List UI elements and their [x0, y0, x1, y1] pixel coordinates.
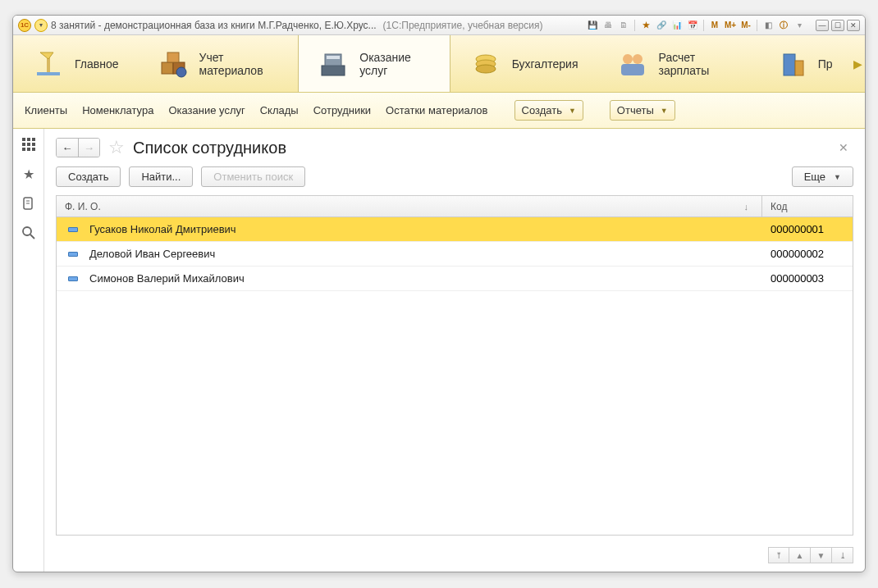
window-title: 8 занятий - демонстрационная база из кни… [51, 20, 377, 31]
favorites-star-icon[interactable]: ★ [21, 166, 36, 181]
caret-down-icon: ▼ [661, 107, 668, 115]
section-label: Учет материалов [199, 51, 280, 77]
print-preview-icon[interactable]: 🗎 [617, 19, 630, 32]
section-main[interactable]: Главное [13, 35, 138, 92]
nav-forward-button[interactable]: → [78, 139, 99, 157]
section-label: Бухгалтерия [512, 57, 578, 71]
svg-rect-6 [322, 66, 345, 75]
favorite-toggle-icon[interactable]: ☆ [108, 137, 125, 158]
header-code-label: Код [771, 201, 787, 212]
more-button[interactable]: Еще ▼ [792, 166, 853, 187]
content-area: ← → ☆ Список сотрудников ✕ Создать Найти… [44, 129, 865, 572]
close-button[interactable]: ✕ [847, 20, 860, 31]
svg-point-13 [633, 54, 642, 64]
section-salary[interactable]: Расчет зарплаты [597, 35, 757, 92]
menu-clients[interactable]: Клиенты [25, 104, 67, 116]
calendar-icon[interactable]: 📅 [686, 19, 699, 32]
create-button[interactable]: Создать [56, 166, 121, 187]
memory-m-button[interactable]: M [708, 19, 721, 32]
employee-code: 000000003 [771, 272, 824, 285]
create-label: Создать [522, 104, 562, 116]
scroll-up-button[interactable]: ▲ [789, 547, 811, 563]
window-subtitle: (1С:Предприятие, учебная версия) [383, 20, 543, 31]
menu-services[interactable]: Оказание услуг [168, 104, 245, 116]
section-services[interactable]: Оказание услуг [298, 35, 450, 92]
employee-name: Деловой Иван Сергеевич [89, 248, 215, 260]
column-header-name[interactable]: Ф. И. О. ↓ [57, 196, 762, 217]
minimize-button[interactable]: — [816, 20, 829, 31]
close-page-button[interactable]: ✕ [834, 139, 853, 156]
panel-layout-icon[interactable]: ◧ [761, 19, 775, 32]
svg-line-21 [30, 235, 34, 239]
people-icon [616, 48, 649, 80]
table-row[interactable]: Симонов Валерий Михайлович000000003 [57, 267, 853, 291]
cell-name: Гусаков Николай Дмитриевич [57, 223, 762, 235]
column-header-code[interactable]: Код [762, 196, 853, 217]
cancel-find-button[interactable]: Отменить поиск [201, 166, 305, 187]
cell-code: 000000001 [762, 223, 853, 235]
section-bar: Главное Учет материалов Оказание услуг Б… [13, 35, 865, 93]
info-icon[interactable]: ⓘ [777, 19, 790, 32]
search-icon[interactable] [21, 226, 36, 240]
svg-rect-16 [795, 61, 803, 75]
app-icon-1c[interactable]: 1C [18, 19, 31, 32]
record-icon [68, 252, 78, 257]
cell-name: Деловой Иван Сергеевич [57, 248, 762, 260]
calculator-icon[interactable]: 📊 [670, 19, 684, 32]
titlebar: 1C ▾ 8 занятий - демонстрационная база и… [13, 16, 865, 35]
toolbar: Создать Найти... Отменить поиск Еще ▼ [56, 166, 853, 187]
memory-mplus-button[interactable]: M+ [724, 19, 737, 32]
section-label: Главное [75, 57, 119, 71]
employees-table: Ф. И. О. ↓ Код Гусаков Николай Дмитриеви… [56, 195, 853, 536]
more-label: Еще [804, 171, 825, 183]
svg-rect-0 [37, 72, 60, 75]
menu-warehouses[interactable]: Склады [260, 104, 299, 116]
desk-lamp-icon [32, 48, 65, 80]
nav-back-button[interactable]: ← [57, 139, 78, 157]
apps-grid-icon[interactable] [21, 137, 36, 152]
cell-name: Симонов Валерий Михайлович [57, 272, 762, 285]
maximize-button[interactable]: ☐ [831, 20, 844, 31]
section-enterprise[interactable]: Пр [757, 35, 852, 92]
left-rail: ★ [13, 129, 44, 572]
reports-dropdown[interactable]: Отчеты ▼ [610, 100, 675, 121]
save-icon[interactable]: 💾 [586, 19, 599, 32]
memory-mminus-button[interactable]: M- [739, 19, 752, 32]
table-row[interactable]: Гусаков Николай Дмитриевич000000001 [57, 217, 853, 242]
find-button[interactable]: Найти... [129, 166, 193, 187]
section-label: Оказание услуг [359, 51, 431, 77]
cell-code: 000000002 [762, 248, 853, 260]
section-label: Пр [818, 57, 833, 71]
scroll-down-button[interactable]: ▼ [811, 547, 832, 563]
svg-rect-2 [162, 62, 173, 74]
menu-employees[interactable]: Сотрудники [313, 104, 371, 116]
record-icon [68, 276, 78, 281]
record-icon [68, 227, 78, 232]
scroll-top-button[interactable]: ⤒ [768, 547, 789, 563]
menu-remains[interactable]: Остатки материалов [386, 104, 487, 116]
coins-icon [469, 48, 502, 80]
svg-point-20 [23, 227, 31, 235]
favorite-icon[interactable]: ★ [639, 19, 652, 32]
reports-label: Отчеты [617, 104, 654, 116]
table-row[interactable]: Деловой Иван Сергеевич000000002 [57, 242, 853, 267]
command-bar: Клиенты Номенклатура Оказание услуг Скла… [13, 93, 865, 129]
svg-rect-8 [327, 56, 340, 59]
body: ★ ← → ☆ Список сотрудников ✕ Создать [13, 129, 865, 572]
quick-menu-icon[interactable]: ▾ [34, 19, 48, 32]
employee-name: Симонов Валерий Михайлович [89, 272, 245, 285]
create-dropdown[interactable]: Создать ▼ [514, 100, 583, 121]
section-accounting[interactable]: Бухгалтерия [450, 35, 597, 92]
scroll-bottom-button[interactable]: ⤓ [832, 547, 853, 563]
sections-scroll-right[interactable]: ▶ [852, 35, 865, 92]
info-dropdown-icon[interactable]: ▾ [793, 19, 806, 32]
caret-down-icon: ▼ [834, 173, 841, 181]
history-icon[interactable] [21, 196, 36, 211]
table-header: Ф. И. О. ↓ Код [57, 196, 853, 217]
print-icon[interactable]: 🖶 [601, 19, 615, 32]
page-title: Список сотрудников [133, 139, 286, 157]
menu-nomenclature[interactable]: Номенклатура [82, 104, 153, 116]
link-icon[interactable]: 🔗 [655, 19, 668, 32]
titlebar-tools: 💾 🖶 🗎 ★ 🔗 📊 📅 M M+ M- ◧ ⓘ ▾ — ☐ ✕ [586, 19, 860, 32]
section-materials[interactable]: Учет материалов [138, 35, 299, 92]
